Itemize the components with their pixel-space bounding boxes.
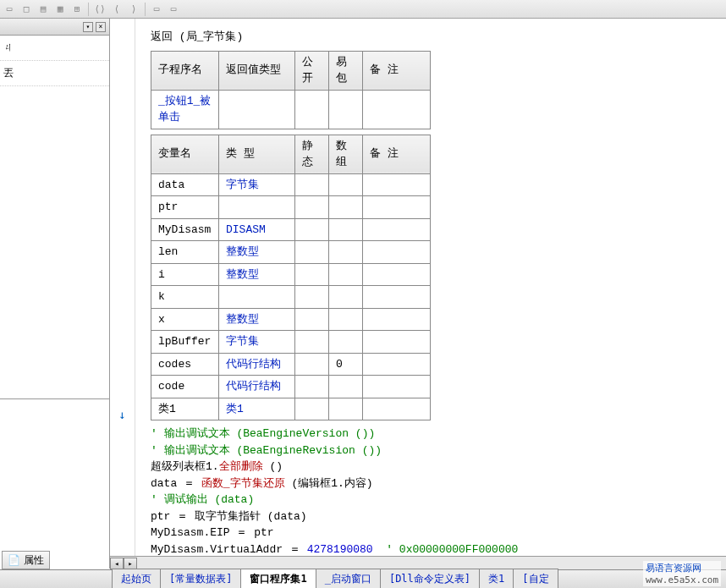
cell[interactable] xyxy=(363,90,431,129)
table-row[interactable]: code 代码行结构 xyxy=(151,376,431,398)
tb-icon-7[interactable]: ⟨ xyxy=(109,2,124,17)
comment-line: ' 输出调试文本 (BeaEngineRevision ()) xyxy=(151,442,719,459)
var-type-cell[interactable]: 代码行结构 xyxy=(219,353,295,376)
cell[interactable] xyxy=(363,331,431,354)
cell[interactable] xyxy=(363,398,431,420)
cell[interactable] xyxy=(363,241,431,264)
var-name-cell[interactable]: k xyxy=(151,286,219,309)
tab-0[interactable]: 起始页 xyxy=(112,569,161,588)
var-type-cell[interactable] xyxy=(219,196,295,219)
var-name-cell[interactable]: codes xyxy=(151,353,219,376)
cell[interactable] xyxy=(295,398,329,420)
cell[interactable] xyxy=(363,173,431,196)
tab-4[interactable]: [Dll命令定义表] xyxy=(380,569,480,588)
var-type-cell[interactable]: 类1 xyxy=(219,398,295,420)
tb-icon-9[interactable]: ▭ xyxy=(149,2,164,17)
tab-3[interactable]: _启动窗口 xyxy=(316,569,381,588)
tb-icon-4[interactable]: ▦ xyxy=(52,2,68,17)
var-name-cell[interactable]: lpBuffer xyxy=(151,331,219,354)
tb-icon-1[interactable]: ▭ xyxy=(2,2,17,17)
tb-icon-10[interactable]: ▭ xyxy=(166,2,181,17)
var-type-cell[interactable]: DISASM xyxy=(219,218,295,241)
var-name-cell[interactable]: MyDisasm xyxy=(151,218,219,241)
cell[interactable] xyxy=(329,241,363,264)
cell[interactable] xyxy=(363,376,431,398)
table-row[interactable]: codes 代码行结构 0 xyxy=(151,353,431,376)
var-name-cell[interactable]: i xyxy=(151,263,219,286)
tb-icon-3[interactable]: ▤ xyxy=(36,2,51,17)
cell[interactable] xyxy=(363,263,431,286)
close-icon[interactable]: × xyxy=(96,22,106,32)
panel-header: ▾ × xyxy=(0,19,109,36)
cell[interactable] xyxy=(295,173,329,196)
table-row[interactable]: len 整数型 xyxy=(151,241,431,264)
properties-button[interactable]: 📄 属性 xyxy=(2,551,50,569)
tab-6[interactable]: [自定 xyxy=(513,569,558,588)
cell[interactable] xyxy=(295,308,329,331)
cell[interactable] xyxy=(363,353,431,376)
cell[interactable] xyxy=(329,331,363,354)
var-type-cell[interactable] xyxy=(219,286,295,309)
code-editor[interactable]: ↓ 返回 (局_字节集) 子程序名 返回值类型 公开 易包 备 注 _按钮1_被… xyxy=(110,19,726,569)
table-row[interactable]: x 整数型 xyxy=(151,308,431,331)
cell[interactable] xyxy=(219,90,295,129)
tab-2[interactable]: 窗口程序集1 xyxy=(240,569,316,588)
scroll-right-icon[interactable]: ▸ xyxy=(124,558,137,569)
var-type-cell[interactable]: 整数型 xyxy=(219,241,295,264)
cell[interactable] xyxy=(363,218,431,241)
table-row[interactable]: _按钮1_被单击 xyxy=(151,90,431,129)
cell[interactable] xyxy=(295,286,329,309)
var-name-cell[interactable]: x xyxy=(151,308,219,331)
cell[interactable] xyxy=(295,263,329,286)
cell[interactable] xyxy=(295,353,329,376)
table-row[interactable]: data 字节集 xyxy=(151,173,431,196)
table-row[interactable]: k xyxy=(151,286,431,309)
var-name-cell[interactable]: ptr xyxy=(151,196,219,219)
cell[interactable] xyxy=(329,286,363,309)
tb-icon-6[interactable]: ⟨⟩ xyxy=(92,2,107,17)
cell[interactable]: 0 xyxy=(329,353,363,376)
cell[interactable] xyxy=(295,331,329,354)
tb-icon-5[interactable]: ⊞ xyxy=(69,2,85,17)
var-type-cell[interactable]: 整数型 xyxy=(219,263,295,286)
cell[interactable] xyxy=(329,90,363,129)
cell[interactable] xyxy=(295,90,329,129)
cell[interactable] xyxy=(329,398,363,420)
var-type-cell[interactable]: 代码行结构 xyxy=(219,376,295,398)
tab-5[interactable]: 类1 xyxy=(479,569,514,588)
table-row[interactable]: 类1 类1 xyxy=(151,398,431,420)
cell[interactable] xyxy=(363,286,431,309)
cell[interactable] xyxy=(363,196,431,219)
var-name-cell[interactable]: 类1 xyxy=(151,398,219,420)
cell[interactable] xyxy=(295,196,329,219)
panel-item[interactable]: 丟 xyxy=(0,61,109,86)
cell[interactable] xyxy=(329,376,363,398)
var-type-cell[interactable]: 字节集 xyxy=(219,173,295,196)
var-type-cell[interactable]: 字节集 xyxy=(219,331,295,354)
var-type-cell[interactable]: 整数型 xyxy=(219,308,295,331)
dropdown-icon[interactable]: ▾ xyxy=(83,22,93,32)
var-name-cell[interactable]: code xyxy=(151,376,219,398)
table-row[interactable]: lpBuffer 字节集 xyxy=(151,331,431,354)
tab-1[interactable]: [常量数据表] xyxy=(160,569,241,588)
cell[interactable] xyxy=(329,196,363,219)
cell[interactable] xyxy=(329,218,363,241)
tb-icon-2[interactable]: □ xyxy=(19,2,34,17)
table-row[interactable]: MyDisasm DISASM xyxy=(151,218,431,241)
var-name-cell[interactable]: data xyxy=(151,173,219,196)
table-row[interactable]: ptr xyxy=(151,196,431,219)
table-row[interactable]: i 整数型 xyxy=(151,263,431,286)
var-name-cell[interactable]: len xyxy=(151,241,219,264)
cell[interactable] xyxy=(363,308,431,331)
cell[interactable] xyxy=(295,376,329,398)
cell[interactable] xyxy=(329,173,363,196)
cell[interactable] xyxy=(329,308,363,331)
horizontal-scrollbar[interactable]: ◂ ▸ xyxy=(110,556,726,569)
tb-icon-8[interactable]: ⟩ xyxy=(126,2,141,17)
cell[interactable] xyxy=(295,241,329,264)
cell[interactable] xyxy=(329,263,363,286)
sub-name-cell[interactable]: _按钮1_被单击 xyxy=(151,90,219,129)
scroll-left-icon[interactable]: ◂ xyxy=(110,558,124,569)
panel-item[interactable]: ㄐ xyxy=(0,36,109,61)
cell[interactable] xyxy=(295,218,329,241)
